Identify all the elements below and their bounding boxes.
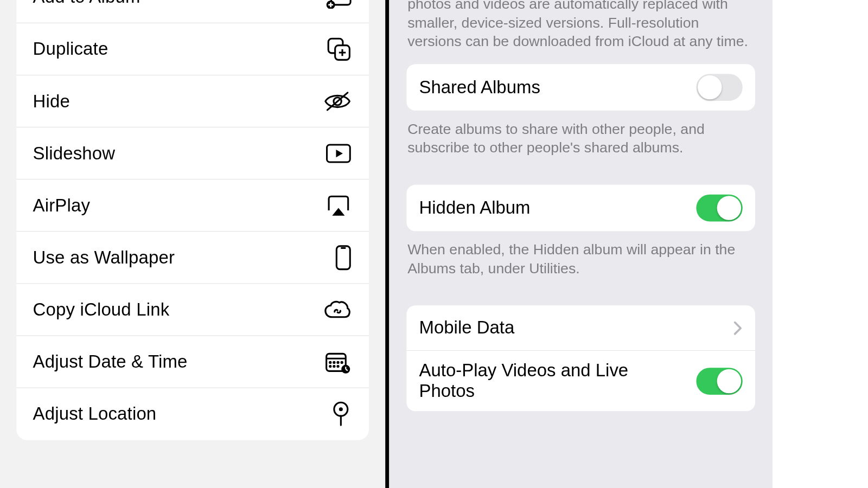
settings-label: Auto-Play Videos and Live Photos	[419, 361, 680, 402]
menu-item-duplicate[interactable]: Duplicate	[16, 23, 369, 75]
menu-label: Duplicate	[33, 39, 108, 59]
shared-albums-description: Create albums to share with other people…	[406, 111, 755, 170]
play-rect-icon	[326, 143, 352, 163]
eye-slash-icon	[323, 91, 352, 112]
mobile-data-row[interactable]: Mobile Data	[406, 305, 755, 351]
svg-marker-12	[332, 208, 344, 215]
hidden-album-group: Hidden Album	[406, 185, 755, 231]
chevron-right-icon	[733, 320, 743, 336]
menu-item-wallpaper[interactable]: Use as Wallpaper	[16, 232, 369, 284]
svg-point-21	[330, 365, 331, 367]
menu-label: AirPlay	[33, 195, 91, 215]
action-menu-card: Add to Album Duplicate	[16, 0, 369, 440]
menu-item-adjust-date-time[interactable]: Adjust Date & Time	[16, 336, 369, 388]
hidden-album-toggle[interactable]	[696, 195, 742, 222]
svg-point-28	[339, 407, 343, 411]
media-group: Mobile Data Auto-Play Videos and Live Ph…	[406, 305, 755, 411]
autoplay-toggle[interactable]	[696, 368, 742, 395]
menu-item-adjust-location[interactable]: Adjust Location	[16, 388, 369, 440]
album-add-icon	[326, 0, 352, 9]
shared-albums-row[interactable]: Shared Albums	[406, 64, 755, 110]
svg-point-19	[337, 362, 339, 363]
shared-albums-toggle[interactable]	[696, 74, 742, 101]
settings-label: Hidden Album	[419, 198, 531, 219]
svg-point-23	[337, 365, 339, 367]
autoplay-row[interactable]: Auto-Play Videos and Live Photos	[406, 351, 755, 411]
pin-circle-icon	[330, 401, 352, 427]
action-sheet-panel: Add to Album Duplicate	[0, 0, 389, 488]
svg-point-20	[341, 362, 342, 363]
menu-label: Hide	[33, 91, 70, 111]
airplay-icon	[326, 194, 352, 216]
menu-item-hide[interactable]: Hide	[16, 75, 369, 127]
menu-label: Copy iCloud Link	[33, 299, 170, 319]
menu-item-add-to-album[interactable]: Add to Album	[16, 0, 369, 23]
duplicate-icon	[327, 36, 352, 61]
iphone-icon	[335, 245, 352, 271]
menu-label: Add to Album	[33, 0, 141, 7]
menu-label: Slideshow	[33, 143, 116, 163]
hidden-album-description: When enabled, the Hidden album will appe…	[406, 231, 755, 291]
optimize-storage-description: photos and videos are automatically repl…	[406, 0, 755, 64]
hidden-album-row[interactable]: Hidden Album	[406, 185, 755, 231]
svg-marker-11	[336, 149, 342, 157]
menu-item-slideshow[interactable]: Slideshow	[16, 127, 369, 179]
svg-point-17	[330, 362, 331, 363]
shared-albums-group: Shared Albums	[406, 64, 755, 110]
menu-label: Use as Wallpaper	[33, 247, 175, 267]
cloud-link-icon	[323, 299, 352, 319]
svg-point-22	[334, 365, 335, 367]
menu-label: Adjust Location	[33, 404, 157, 424]
calendar-clock-icon	[324, 350, 352, 374]
menu-label: Adjust Date & Time	[33, 351, 188, 371]
menu-item-copy-icloud-link[interactable]: Copy iCloud Link	[16, 284, 369, 336]
settings-label: Shared Albums	[419, 77, 540, 98]
svg-point-18	[334, 362, 335, 363]
menu-item-airplay[interactable]: AirPlay	[16, 179, 369, 232]
settings-panel: photos and videos are automatically repl…	[389, 0, 773, 488]
settings-label: Mobile Data	[419, 318, 515, 338]
svg-rect-13	[336, 246, 350, 269]
